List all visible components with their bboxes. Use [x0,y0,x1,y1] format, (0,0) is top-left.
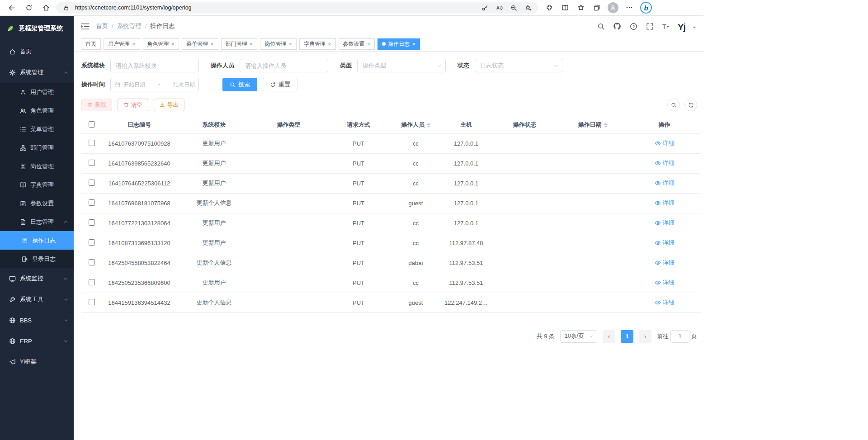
tab-param-settings[interactable]: 参数设置 [339,38,375,50]
zoom-out-icon[interactable] [508,3,519,13]
search-icon[interactable] [596,22,605,31]
close-tab-icon[interactable] [132,41,136,47]
sidebar-item-erp[interactable]: ERP [0,331,74,351]
sidebar-item-bbs[interactable]: BBS [0,310,74,331]
operator-input[interactable] [240,59,328,72]
refresh-icon[interactable] [22,1,36,14]
export-button[interactable]: 导出 [154,99,184,111]
sidebar-item-post-mgmt[interactable]: 岗位管理 [0,157,74,175]
detail-link[interactable]: 详细 [655,219,675,227]
sidebar-item-user-mgmt[interactable]: 用户管理 [0,83,74,101]
url-bar[interactable]: https://ccnetcore.com:1101/system/log/op… [56,2,538,14]
tab-post-mgmt[interactable]: 岗位管理 [260,38,297,50]
row-checkbox[interactable] [89,239,95,246]
date-start[interactable]: 开始日期 [123,81,145,89]
detail-link[interactable]: 详细 [655,239,675,247]
browser-home-icon[interactable] [39,1,53,14]
detail-link[interactable]: 详细 [655,279,675,287]
detail-link[interactable]: 详细 [655,199,675,207]
font-size-icon[interactable]: TT [661,22,670,31]
back-icon[interactable] [5,1,19,14]
show-search-button[interactable] [667,99,680,111]
read-aloud-icon[interactable]: A [494,3,505,13]
module-input[interactable] [110,59,199,72]
help-icon[interactable]: ? [629,22,638,31]
menu-fold-icon[interactable] [81,23,90,30]
type-select[interactable]: 操作类型 [357,59,446,72]
detail-link[interactable]: 详细 [655,179,675,187]
close-tab-icon[interactable] [210,41,214,47]
row-checkbox[interactable] [89,160,95,166]
favorites-icon[interactable] [576,3,586,13]
prev-page-button[interactable] [603,330,615,343]
detail-link[interactable]: 详细 [655,159,675,167]
sidebar-item-operation-log[interactable]: 操作日志 [0,231,74,250]
sidebar-item-param-settings[interactable]: 参数设置 [0,194,74,213]
refresh-table-button[interactable] [684,99,697,111]
close-tab-icon[interactable] [171,41,175,47]
add-favorite-icon[interactable] [523,3,533,13]
tab-dept-mgmt[interactable]: 部门管理 [221,38,258,50]
url-text[interactable]: https://ccnetcore.com:1101/system/log/op… [75,5,476,11]
delete-button[interactable]: 删除 [81,99,112,111]
sort-icons[interactable] [427,121,430,129]
sidebar-item-login-log[interactable]: 登录日志 [0,250,74,268]
extensions-icon[interactable] [544,3,554,13]
detail-link[interactable]: 详细 [655,139,675,147]
tab-operation-log[interactable]: 操作日志 [377,38,420,50]
search-button[interactable]: 搜索 [222,78,257,91]
sidebar-item-dict-mgmt[interactable]: 字典管理 [0,175,74,194]
tab-role-mgmt[interactable]: 角色管理 [143,38,179,50]
tab-home[interactable]: 首页 [81,38,101,50]
sidebar-item-system-mgmt[interactable]: 系统管理 [0,62,74,83]
browser-menu-icon[interactable] [624,3,634,13]
password-key-icon[interactable] [479,3,490,13]
row-checkbox[interactable] [89,299,95,305]
row-checkbox[interactable] [89,140,95,146]
github-icon[interactable] [613,22,622,31]
clear-button[interactable]: 清空 [118,99,148,111]
sidebar-item-menu-mgmt[interactable]: 菜单管理 [0,120,74,138]
sidebar-item-yi-framework[interactable]: Yi框架 [0,351,74,372]
sidebar-item-home[interactable]: 首页 [0,41,74,62]
header-date[interactable]: 操作日期 [557,117,628,133]
close-tab-icon[interactable] [367,41,371,47]
page-size-select[interactable]: 10条/页 [560,330,597,343]
profile-avatar[interactable] [608,2,618,13]
header-operator[interactable]: 操作人员 [391,117,440,133]
detail-link[interactable]: 详细 [655,298,675,307]
close-tab-icon[interactable] [288,41,292,47]
close-tab-icon[interactable] [250,41,253,47]
reset-button[interactable]: 重置 [263,78,297,91]
breadcrumb-system-mgmt[interactable]: 系统管理 [117,22,151,30]
split-screen-icon[interactable] [560,3,570,13]
yj-user-logo[interactable]: Yj [678,20,685,33]
bing-icon[interactable]: b [640,2,652,14]
sort-icons[interactable] [604,121,608,129]
row-checkbox[interactable] [89,279,95,285]
sidebar-item-log-mgmt[interactable]: 日志管理 [0,213,74,231]
status-select[interactable]: 日志状态 [475,59,563,72]
next-page-button[interactable] [639,330,651,343]
sidebar-item-role-mgmt[interactable]: 角色管理 [0,101,74,120]
sidebar-item-dept-mgmt[interactable]: 部门管理 [0,138,74,157]
fullscreen-icon[interactable] [645,22,654,31]
sidebar-item-system-tools[interactable]: 系统工具 [0,289,74,310]
sidebar-item-system-monitor[interactable]: 系统监控 [0,268,74,289]
row-checkbox[interactable] [89,199,95,206]
detail-link[interactable]: 详细 [655,259,675,267]
collections-icon[interactable] [592,3,602,13]
row-checkbox[interactable] [89,219,95,226]
tab-menu-mgmt[interactable]: 菜单管理 [182,38,218,50]
tab-dict-mgmt[interactable]: 字典管理 [299,38,336,50]
close-tab-icon[interactable] [328,41,331,47]
current-page[interactable]: 1 [621,330,633,343]
row-checkbox[interactable] [89,180,95,186]
breadcrumb-home[interactable]: 首页 [96,22,117,30]
select-all-checkbox[interactable] [89,121,95,128]
tab-user-mgmt[interactable]: 用户管理 [104,38,140,50]
row-checkbox[interactable] [89,259,95,265]
goto-page-input[interactable] [670,330,689,343]
date-end[interactable]: 结束日期 [173,81,195,89]
date-range-picker[interactable]: 开始日期 - 结束日期 [110,78,199,91]
